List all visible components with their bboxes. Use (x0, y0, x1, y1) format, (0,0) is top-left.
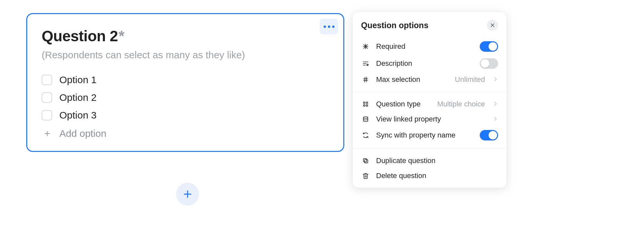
option-label: Question type (376, 100, 431, 108)
option-row[interactable]: Option 1 (42, 71, 329, 89)
plus-icon (42, 128, 53, 139)
question-title[interactable]: Question 2* (42, 27, 329, 45)
sync-icon (361, 132, 370, 138)
duplicate-question-button[interactable]: Duplicate question (352, 153, 507, 168)
svg-point-22 (363, 102, 365, 103)
question-subtitle: (Respondents can select as many as they … (42, 49, 329, 61)
svg-point-24 (363, 105, 365, 106)
option-label[interactable]: Option 1 (59, 74, 96, 85)
checkbox-icon[interactable] (42, 92, 52, 103)
sync-toggle[interactable] (480, 130, 498, 140)
option-question-type[interactable]: Question type Multiple choice (352, 97, 507, 112)
description-icon (361, 60, 370, 67)
question-title-text: Question 2 (42, 28, 118, 45)
option-max-selection[interactable]: Max selection Unlimited (352, 72, 507, 87)
add-option-label: Add option (59, 128, 106, 139)
svg-point-23 (366, 102, 368, 103)
hash-icon (361, 76, 370, 83)
option-label: Description (376, 59, 474, 68)
close-panel-button[interactable] (487, 20, 498, 31)
question-card: Question 2* (Respondents can select as m… (26, 13, 344, 152)
svg-rect-28 (363, 158, 367, 162)
option-label: Duplicate question (376, 156, 498, 165)
more-dots-icon (324, 26, 326, 28)
panel-title: Question options (361, 21, 429, 30)
option-label: Delete question (376, 172, 498, 180)
svg-point-26 (363, 117, 368, 119)
add-question-button[interactable] (176, 183, 199, 206)
required-toggle[interactable] (480, 41, 498, 52)
option-label: Max selection (376, 75, 449, 84)
trash-icon (361, 173, 370, 179)
option-label: Sync with property name (376, 131, 474, 139)
option-label: Required (376, 42, 474, 51)
chevron-right-icon (493, 115, 498, 123)
checkbox-icon[interactable] (42, 110, 52, 120)
checkbox-icon[interactable] (42, 75, 52, 85)
option-view-linked-property[interactable]: View linked property (352, 112, 507, 127)
option-label: View linked property (376, 115, 487, 123)
option-label[interactable]: Option 2 (59, 92, 96, 103)
add-option-button[interactable]: Add option (42, 124, 329, 139)
description-toggle[interactable] (480, 58, 498, 69)
option-sync-property-name[interactable]: Sync with property name (352, 127, 507, 144)
svg-rect-27 (365, 160, 368, 163)
delete-question-button[interactable]: Delete question (352, 168, 507, 183)
option-required[interactable]: Required (352, 38, 507, 55)
option-value: Multiple choice (437, 100, 485, 108)
chevron-right-icon (493, 75, 498, 84)
question-options-panel: Question options Required Description (352, 12, 507, 188)
option-label[interactable]: Option 3 (59, 110, 96, 121)
required-asterisk-icon: * (119, 28, 124, 45)
database-icon (361, 116, 370, 122)
copy-icon (361, 157, 370, 164)
svg-line-21 (366, 77, 367, 82)
option-row[interactable]: Option 2 (42, 89, 329, 106)
asterisk-icon (361, 43, 370, 50)
grid-icon (361, 101, 370, 107)
svg-line-20 (365, 77, 365, 82)
options-list: Option 1 Option 2 Option 3 Add option (42, 71, 329, 139)
option-value: Unlimited (455, 75, 485, 84)
option-row[interactable]: Option 3 (42, 106, 329, 124)
chevron-right-icon (493, 100, 498, 108)
option-description[interactable]: Description (352, 55, 507, 72)
question-more-button[interactable] (320, 19, 338, 34)
svg-point-25 (366, 105, 368, 106)
